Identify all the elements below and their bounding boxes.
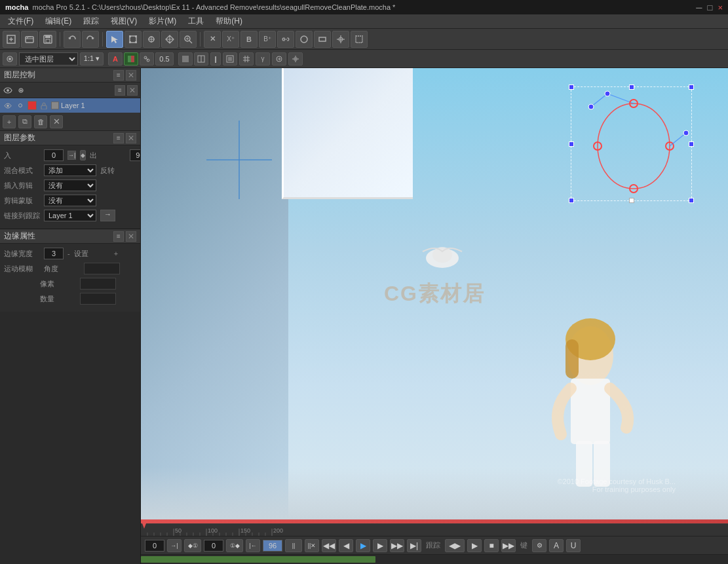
quantity-input[interactable] <box>80 293 116 305</box>
brightness-btn[interactable] <box>288 52 303 66</box>
color-a-btn[interactable]: A <box>108 52 123 66</box>
delete-layer-btn[interactable]: 🗑 <box>34 115 47 128</box>
opacity-value[interactable]: 0.5 <box>155 52 174 66</box>
bezier-plus-tool[interactable]: B⁺ <box>259 31 276 48</box>
layer1-gear[interactable] <box>15 100 26 111</box>
menu-edit[interactable]: 编辑(E) <box>40 14 77 28</box>
color-b-btn[interactable] <box>124 52 138 66</box>
add-layer-btn[interactable]: + <box>3 115 16 128</box>
save-button[interactable] <box>39 31 56 48</box>
maximize-button[interactable]: □ <box>708 3 713 12</box>
timeline-ruler[interactable]: 50 100 150 200 <box>141 523 728 536</box>
frame-number-btn[interactable]: | <box>210 52 221 66</box>
layer-list-collapse[interactable]: ✕ <box>127 85 138 96</box>
next-key-btn[interactable]: ▶▶ <box>390 539 404 552</box>
stop-track-btn[interactable]: ■ <box>484 539 499 552</box>
video-area[interactable]: ©2010 Footage courtesy of Husk B... For … <box>141 68 728 519</box>
layer1-eye[interactable] <box>3 100 13 111</box>
track-backward-btn[interactable]: ◀▶ <box>445 539 465 552</box>
goto-out-btn[interactable]: |← <box>246 539 260 552</box>
key-btn2[interactable]: A <box>549 539 564 552</box>
layer-list-menu[interactable]: ≡ <box>115 85 125 96</box>
menu-movie[interactable]: 影片(M) <box>144 14 182 28</box>
set-out-btn[interactable]: ①◆ <box>226 539 243 552</box>
new-button[interactable] <box>3 31 20 48</box>
rect-tool[interactable] <box>314 31 331 48</box>
clip-btn[interactable] <box>140 52 154 66</box>
layer-panel-close[interactable]: ✕ <box>126 70 136 81</box>
menu-help[interactable]: 帮助(H) <box>210 14 248 28</box>
layer-params-menu[interactable]: ≡ <box>113 133 124 143</box>
close-button[interactable]: × <box>718 3 723 12</box>
track-forward-btn[interactable]: ▶ <box>467 539 482 552</box>
menu-file[interactable]: 文件(F) <box>3 14 39 28</box>
menu-tools[interactable]: 工具 <box>183 14 209 28</box>
layer-row-1[interactable]: Layer 1 <box>0 98 140 113</box>
link-tool[interactable] <box>277 31 294 48</box>
undo-button[interactable] <box>64 31 81 48</box>
layer-select[interactable]: 选中图层 <box>19 52 78 66</box>
in-value[interactable] <box>44 149 64 161</box>
prev-key-btn[interactable]: ◀◀ <box>322 539 336 552</box>
layer-params-close[interactable]: ✕ <box>126 133 136 143</box>
next-frame-btn[interactable]: ▶ <box>373 539 387 552</box>
blend-mode-select[interactable]: 添加 <box>44 164 96 176</box>
angle-input[interactable] <box>84 263 120 274</box>
timeline-track-area[interactable] <box>141 555 728 564</box>
transform-tool[interactable] <box>125 31 142 48</box>
layer-panel-menu[interactable]: ≡ <box>113 70 124 81</box>
grid-btn[interactable] <box>239 52 254 66</box>
clip-mask-select[interactable]: 没有 <box>44 195 96 206</box>
copy-layer-btn[interactable]: ⧉ <box>18 115 31 128</box>
prev-frame-btn[interactable]: ◀ <box>339 539 353 552</box>
pixel-input[interactable] <box>80 278 116 290</box>
circle-tool[interactable] <box>296 31 313 48</box>
gamma-btn[interactable]: γ <box>256 52 270 66</box>
current-frame-input[interactable] <box>145 540 164 552</box>
goto-in-btn[interactable]: →| <box>167 539 182 552</box>
out-value[interactable] <box>130 149 141 161</box>
stereo-btn[interactable] <box>272 52 286 66</box>
edge-width-input[interactable] <box>44 248 64 259</box>
select-tool[interactable] <box>106 31 123 48</box>
spline-tool[interactable]: ✕ <box>204 31 221 48</box>
add-point-tool[interactable] <box>143 31 160 48</box>
track-options-btn[interactable]: ▶▶ <box>501 539 516 552</box>
in-arrow-btn[interactable]: →| <box>67 151 76 160</box>
zoom-tool[interactable] <box>180 31 197 48</box>
eye-icon[interactable] <box>3 85 13 96</box>
edge-attr-close[interactable]: ✕ <box>126 231 136 242</box>
out-frame-input[interactable] <box>263 540 282 552</box>
menu-view[interactable]: 视图(V) <box>105 14 142 28</box>
edge-attr-menu[interactable]: ≡ <box>113 231 124 242</box>
selection-rect-tool[interactable] <box>351 31 368 48</box>
in-frame-input[interactable] <box>204 540 223 552</box>
set-in-btn[interactable]: ◆① <box>184 539 201 552</box>
menu-track[interactable]: 跟踪 <box>78 14 104 28</box>
bezier-tool[interactable]: B <box>240 31 258 48</box>
link-layer-select[interactable]: Layer 1 <box>44 210 96 221</box>
redo-button[interactable] <box>82 31 99 48</box>
key-btn3[interactable]: U <box>566 539 581 552</box>
insert-clip-select[interactable]: 没有 <box>44 179 96 191</box>
pan-tool[interactable] <box>161 31 178 48</box>
spline-tool2[interactable]: X⁺ <box>222 31 239 48</box>
open-button[interactable] <box>21 31 38 48</box>
set-in-out-btn[interactable]: || <box>285 539 302 552</box>
minimize-button[interactable]: ─ <box>696 3 702 12</box>
matte-btn[interactable] <box>223 52 237 66</box>
play-btn[interactable]: ▶ <box>356 539 370 552</box>
view-btn2[interactable] <box>194 52 208 66</box>
view-btn1[interactable] <box>178 52 193 66</box>
crosshair-tool[interactable] <box>332 31 349 48</box>
layer1-lock[interactable] <box>39 100 49 111</box>
gear-icon[interactable] <box>16 85 26 96</box>
key-options-btn[interactable]: ⚙ <box>532 539 546 552</box>
link-layer-go-btn[interactable]: → <box>100 210 115 221</box>
in-keyframe-btn[interactable]: ◆ <box>80 150 86 160</box>
end-btn[interactable]: ▶| <box>407 539 421 552</box>
layer-vis-toggle[interactable] <box>3 52 17 66</box>
set-keys-btn[interactable]: ||✕ <box>305 539 319 552</box>
link-layers-btn[interactable]: ✕ <box>50 115 63 128</box>
ratio-dropdown[interactable]: 1:1 ▾ <box>80 52 104 66</box>
